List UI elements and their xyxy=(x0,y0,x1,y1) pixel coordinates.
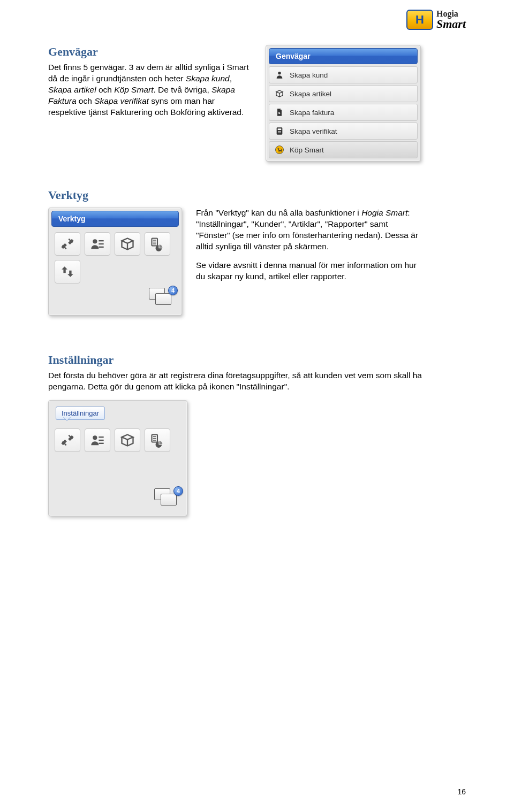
window-count-badge: 4 xyxy=(173,486,183,496)
genvagar-item-skapa-faktura[interactable]: $ Skapa faktura xyxy=(269,104,418,121)
window-stack-button[interactable]: 4 xyxy=(149,288,176,309)
genvagar-item-label: Skapa kund xyxy=(290,71,328,79)
logo-letter: H xyxy=(415,13,424,27)
svg-rect-19 xyxy=(99,436,103,438)
svg-point-13 xyxy=(93,239,97,243)
svg-rect-21 xyxy=(99,443,103,444)
svg-point-12 xyxy=(281,151,282,152)
installningar-panel: Inställningar 4 xyxy=(48,400,187,516)
svg-rect-15 xyxy=(99,243,103,244)
svg-rect-16 xyxy=(99,247,103,248)
genvagar-item-kop-smart[interactable]: Köp Smart xyxy=(269,141,418,158)
genvagar-item-skapa-verifikat[interactable]: Skapa verifikat xyxy=(269,122,418,140)
svg-point-18 xyxy=(93,435,97,440)
heading-genvagar: Genvägar xyxy=(48,45,252,59)
cart-icon xyxy=(275,145,284,155)
logo-badge: H xyxy=(406,10,433,30)
svg-point-6 xyxy=(280,131,281,132)
genvagar-list: Skapa kund Skapa artikel $ Skapa faktura xyxy=(269,66,418,158)
genvagar-panel-header: Genvägar xyxy=(269,48,418,64)
tool-articles[interactable] xyxy=(115,428,140,452)
heading-installningar: Inställningar xyxy=(48,353,466,367)
verktyg-panel-header: Verktyg xyxy=(51,211,179,227)
invoice-icon: $ xyxy=(275,108,284,117)
tool-customers[interactable] xyxy=(85,232,110,256)
genvagar-item-skapa-artikel[interactable]: Skapa artikel xyxy=(269,85,418,102)
svg-point-4 xyxy=(278,131,279,132)
window-stack-button[interactable]: 4 xyxy=(154,488,181,510)
svg-point-7 xyxy=(278,133,279,134)
svg-point-5 xyxy=(279,131,280,132)
tool-sync[interactable] xyxy=(55,260,80,284)
tool-customers[interactable] xyxy=(85,428,110,452)
svg-rect-20 xyxy=(99,440,103,441)
heading-verktyg: Verktyg xyxy=(48,188,466,202)
svg-point-8 xyxy=(279,133,280,134)
tool-settings[interactable] xyxy=(55,232,80,256)
installningar-tooltip: Inställningar xyxy=(56,407,105,420)
verktyg-panel: Verktyg xyxy=(48,208,182,316)
tool-articles[interactable] xyxy=(115,232,140,256)
tool-reports[interactable] xyxy=(145,232,170,256)
genvagar-panel: Genvägar Skapa kund Skapa artikel $ xyxy=(266,45,421,162)
svg-point-9 xyxy=(280,133,281,134)
genvagar-item-label: Skapa faktura xyxy=(290,109,334,117)
svg-point-0 xyxy=(278,72,281,74)
svg-point-10 xyxy=(276,146,284,154)
svg-rect-3 xyxy=(278,128,282,130)
genvagar-item-label: Skapa verifikat xyxy=(290,127,337,135)
svg-rect-14 xyxy=(99,240,103,241)
genvagar-item-label: Köp Smart xyxy=(290,146,324,154)
body-verktyg-2: Se vidare avsnitt i denna manual för mer… xyxy=(196,260,421,282)
user-icon xyxy=(275,70,284,80)
genvagar-item-skapa-kund[interactable]: Skapa kund xyxy=(269,66,418,83)
body-verktyg-1: Från "Verktyg" kan du nå alla basfunktio… xyxy=(196,208,421,252)
body-installningar: Det första du behöver göra är att regist… xyxy=(48,370,455,393)
body-genvagar: Det finns 5 genvägar. 3 av dem är alltid… xyxy=(48,62,252,118)
page-number: 16 xyxy=(457,787,466,796)
svg-point-11 xyxy=(278,151,279,152)
tool-settings[interactable] xyxy=(55,428,80,452)
box-icon xyxy=(275,89,284,98)
calc-icon xyxy=(275,126,284,136)
genvagar-item-label: Skapa artikel xyxy=(290,90,331,98)
tool-reports[interactable] xyxy=(145,428,170,452)
logo-brand-bottom: Smart xyxy=(436,18,466,30)
window-count-badge: 4 xyxy=(168,286,178,295)
brand-logo: H Hogia Smart xyxy=(406,10,466,30)
